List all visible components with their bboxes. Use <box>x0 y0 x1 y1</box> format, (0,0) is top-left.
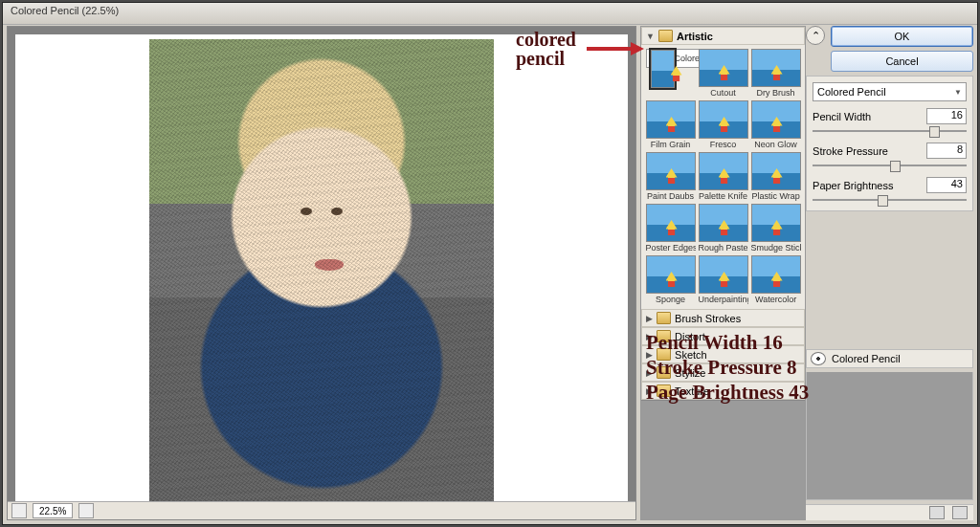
category-distort[interactable]: ▶Distort <box>641 327 805 345</box>
preview-image <box>149 39 494 508</box>
filter-colored-pencil[interactable]: Colored Pencil <box>646 49 705 68</box>
param-paper-brightness: Paper Brightness 43 <box>813 177 967 205</box>
category-brush-strokes[interactable]: ▶Brush Strokes <box>641 309 805 327</box>
filter-rough-pastels[interactable]: Rough Pastels <box>699 204 748 253</box>
param-stroke-pressure: Stroke Pressure 8 <box>813 143 967 170</box>
disclosure-right-icon: ▶ <box>646 350 653 360</box>
param-label: Stroke Pressure <box>813 145 888 157</box>
category-stylize[interactable]: ▶Stylize <box>641 363 805 382</box>
category-label: Artistic <box>677 31 713 42</box>
new-effect-icon[interactable] <box>929 506 945 519</box>
folder-icon <box>657 312 671 324</box>
filter-select[interactable]: Colored Pencil ▼ <box>813 82 967 101</box>
effect-layer-row[interactable]: Colored Pencil <box>806 349 973 368</box>
filter-neon-glow[interactable]: Neon Glow <box>751 100 801 150</box>
category-label: Stylize <box>675 367 705 379</box>
filter-underpainting[interactable]: Underpainting <box>699 255 748 305</box>
filter-gallery: ▼ Artistic Colored Pencil Cutout Dry Bru… <box>640 26 806 520</box>
folder-icon <box>657 384 671 397</box>
controls-pane: ⌃ OK Cancel Colored Pencil ▼ Pencil Widt… <box>806 26 973 520</box>
disclosure-right-icon: ▶ <box>646 386 653 396</box>
filter-sponge[interactable]: Sponge <box>646 255 696 305</box>
chevron-down-icon: ▼ <box>954 88 962 97</box>
stroke-pressure-value[interactable]: 8 <box>926 143 967 159</box>
param-pencil-width: Pencil Width 16 <box>813 108 967 136</box>
collapse-icon[interactable]: ⌃ <box>806 26 825 45</box>
filter-smudge-stick[interactable]: Smudge Stick <box>751 204 801 253</box>
folder-icon <box>657 348 671 361</box>
filter-dry-brush[interactable]: Dry Brush <box>751 49 801 99</box>
effect-stack <box>806 372 973 501</box>
category-label: Brush Strokes <box>675 313 741 324</box>
filter-select-value: Colored Pencil <box>817 86 886 98</box>
dialog-title: Colored Pencil (22.5%) <box>11 5 119 16</box>
zoom-fit-icon[interactable] <box>11 503 27 518</box>
category-label: Texture <box>675 385 709 397</box>
ok-button[interactable]: OK <box>831 26 973 47</box>
folder-icon <box>657 330 671 342</box>
disclosure-down-icon: ▼ <box>646 32 655 41</box>
filter-poster-edges[interactable]: Poster Edges <box>646 204 696 253</box>
preview-canvas[interactable] <box>15 34 628 512</box>
pencil-width-value[interactable]: 16 <box>926 108 967 124</box>
disclosure-right-icon: ▶ <box>646 368 653 378</box>
filter-plastic-wrap[interactable]: Plastic Wrap <box>751 152 801 202</box>
zoom-field[interactable]: 22.5% <box>33 503 73 518</box>
folder-icon <box>657 366 671 379</box>
param-label: Paper Brightness <box>813 180 893 191</box>
param-label: Pencil Width <box>813 111 871 122</box>
filter-fresco[interactable]: Fresco <box>699 100 748 150</box>
filter-film-grain[interactable]: Film Grain <box>646 100 696 150</box>
trash-icon[interactable] <box>952 506 968 519</box>
stroke-pressure-slider[interactable] <box>813 161 967 170</box>
zoom-out-icon[interactable] <box>78 503 94 518</box>
visibility-eye-icon[interactable] <box>811 352 826 365</box>
category-artistic[interactable]: ▼ Artistic <box>641 27 805 45</box>
pencil-width-slider[interactable] <box>813 126 967 136</box>
filter-watercolor[interactable]: Watercolor <box>751 255 801 305</box>
category-label: Distort <box>675 331 705 342</box>
category-sketch[interactable]: ▶Sketch <box>641 345 805 363</box>
filter-cutout[interactable]: Cutout <box>699 49 748 99</box>
filter-palette-knife[interactable]: Palette Knife <box>699 152 748 202</box>
preview-pane: 22.5% <box>7 26 636 520</box>
folder-icon <box>658 30 673 42</box>
category-texture[interactable]: ▶Texture <box>641 382 805 400</box>
disclosure-right-icon: ▶ <box>646 314 653 323</box>
disclosure-right-icon: ▶ <box>646 332 653 341</box>
paper-brightness-value[interactable]: 43 <box>926 177 967 193</box>
cancel-button[interactable]: Cancel <box>831 51 973 72</box>
effect-layer-label: Colored Pencil <box>832 353 901 364</box>
paper-brightness-slider[interactable] <box>813 195 967 205</box>
category-label: Sketch <box>675 349 707 361</box>
filter-paint-daubs[interactable]: Paint Daubs <box>646 152 696 202</box>
